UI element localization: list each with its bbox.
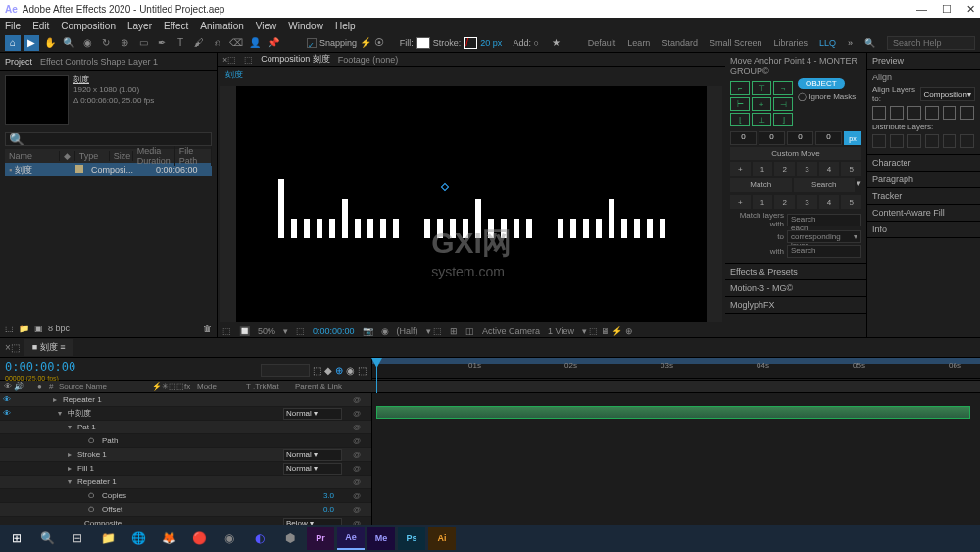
visibility-icon[interactable]: 👁 <box>0 395 14 404</box>
parent-pickwhip-icon[interactable]: @ <box>342 477 371 486</box>
res-dropdown-icon[interactable]: ▾ <box>283 326 288 336</box>
tl-opt1-icon[interactable]: ⬚ <box>313 365 321 376</box>
layer-row[interactable]: ÖCopies3.0@ <box>0 489 371 503</box>
stroke-swatch[interactable]: / <box>464 37 477 49</box>
orbit-tool-icon[interactable]: ◉ <box>79 35 95 51</box>
fill-swatch[interactable] <box>416 37 430 49</box>
project-search-input[interactable] <box>5 132 212 146</box>
parent-pickwhip-icon[interactable]: @ <box>342 464 371 473</box>
composition-viewer[interactable]: GXI网 system.com <box>220 86 722 322</box>
tab-footage[interactable]: Footage (none) <box>338 55 399 65</box>
visibility-icon[interactable]: 👁 <box>0 409 14 418</box>
col-label-icon[interactable]: ◆ <box>60 151 75 161</box>
illustrator-icon[interactable]: Ai <box>428 527 456 550</box>
comp-breadcrumb[interactable]: 刻度 <box>218 67 725 83</box>
grid-icon[interactable]: ⊞ <box>450 326 458 336</box>
edge-icon[interactable]: 🌐 <box>124 527 152 550</box>
camera-label[interactable]: Active Camera <box>482 326 540 336</box>
flowchart-icon[interactable]: ×⬚ <box>222 55 236 65</box>
col-trkmat[interactable]: T .TrkMat <box>242 382 291 391</box>
motion-blur-icon[interactable]: ⬚ <box>296 326 305 336</box>
workspace-menu-icon[interactable]: » <box>848 38 853 48</box>
twirl-icon[interactable]: ▸ <box>68 450 75 459</box>
tl-opt4-icon[interactable]: ◉ <box>346 365 355 376</box>
snapshot-icon[interactable]: 📷 <box>363 326 373 336</box>
snapping-checkbox[interactable] <box>307 38 317 48</box>
mode-dropdown[interactable]: Normal ▾ <box>283 449 342 461</box>
comp-thumbnail[interactable] <box>5 75 69 125</box>
align-vcenter-icon[interactable] <box>943 106 956 120</box>
match-btn-4[interactable]: 4 <box>819 195 840 209</box>
twirl-icon[interactable]: ▾ <box>68 423 75 431</box>
workspace-smallscreen[interactable]: Small Screen <box>710 38 762 48</box>
menu-file[interactable]: File <box>5 21 21 31</box>
custom-btn-3[interactable]: 3 <box>797 162 817 176</box>
dist-right-icon[interactable] <box>960 134 974 148</box>
dist-hcenter-icon[interactable] <box>943 134 956 148</box>
home-tool-icon[interactable]: ⌂ <box>5 35 21 51</box>
dist-vcenter-icon[interactable] <box>890 134 904 148</box>
workspace-learn[interactable]: Learn <box>627 38 650 48</box>
info-panel[interactable]: Info <box>867 222 980 238</box>
roi-icon[interactable]: ▾ ⬚ <box>426 326 443 336</box>
twirl-icon[interactable]: ▸ <box>68 464 75 473</box>
bezier-star-icon[interactable]: ★ <box>552 37 561 48</box>
layer-duration-bar[interactable] <box>376 406 970 419</box>
anchor-x2[interactable]: 0 <box>787 131 813 145</box>
firefox-icon[interactable]: 🦊 <box>155 527 182 550</box>
layer-viewer-icon[interactable]: ⬚ <box>244 55 253 65</box>
mode-dropdown[interactable]: Normal ▾ <box>283 463 342 475</box>
menu-edit[interactable]: Edit <box>32 21 49 31</box>
tab-project[interactable]: Project <box>5 57 32 67</box>
menu-effect[interactable]: Effect <box>164 21 188 31</box>
tab-effect-controls[interactable]: Effect Controls Shape Layer 1 <box>40 57 158 67</box>
anchor-x1[interactable]: 0 <box>730 131 757 145</box>
custom-btn-1[interactable]: 1 <box>753 162 773 176</box>
preview-panel[interactable]: Preview <box>867 53 980 70</box>
close-icon[interactable]: ✕ <box>966 3 975 16</box>
maximize-icon[interactable]: ☐ <box>942 3 952 16</box>
parent-pickwhip-icon[interactable]: @ <box>342 505 371 514</box>
search-taskbar-icon[interactable]: 🔍 <box>33 527 61 550</box>
menu-animation[interactable]: Animation <box>200 21 243 31</box>
parent-pickwhip-icon[interactable]: @ <box>342 409 371 418</box>
property-value[interactable]: 0.0 <box>323 505 342 514</box>
tab-composition[interactable]: Composition 刻度 <box>261 53 330 66</box>
content-aware-panel[interactable]: Content-Aware Fill <box>867 205 980 222</box>
render-queue-icon[interactable]: ×⬚ <box>5 342 20 353</box>
px-button[interactable]: px <box>844 131 861 145</box>
align-hcenter-icon[interactable] <box>890 106 904 120</box>
tl-opt2-icon[interactable]: ◆ <box>324 365 332 376</box>
parent-pickwhip-icon[interactable]: @ <box>342 423 371 431</box>
parent-pickwhip-icon[interactable]: @ <box>342 436 371 445</box>
trash-icon[interactable]: 🗑 <box>203 324 212 333</box>
eye-column-icon[interactable]: 👁 🔊 <box>0 382 33 391</box>
match-tab[interactable]: Match <box>730 178 792 192</box>
anchor-grid[interactable]: ⌐⊤¬ ⊢+⊣ ⌊⊥⌋ <box>730 81 793 126</box>
with-input[interactable]: Search <box>787 245 861 258</box>
stopwatch-icon[interactable]: Ö <box>88 505 100 514</box>
moglyph-panel[interactable]: MoglyphFX <box>725 297 866 314</box>
parent-pickwhip-icon[interactable]: @ <box>342 491 371 500</box>
custom-btn-4[interactable]: 4 <box>819 162 840 176</box>
col-filepath[interactable]: File Path <box>175 146 212 166</box>
parent-pickwhip-icon[interactable]: @ <box>342 450 371 459</box>
tracker-panel[interactable]: Tracker <box>867 188 980 205</box>
menu-layer[interactable]: Layer <box>127 21 152 31</box>
puppet-tool-icon[interactable]: 📌 <box>266 35 281 51</box>
character-panel[interactable]: Character <box>867 155 980 172</box>
project-item-row[interactable]: ▪ 刻度 Composi... 0:00:06:00 <box>5 163 212 176</box>
folder-icon[interactable]: 📁 <box>19 324 29 333</box>
anchor-y2[interactable]: 0 <box>815 131 842 145</box>
guides-icon[interactable]: ◫ <box>466 326 474 336</box>
motion3-panel[interactable]: Motion-3 - MG© <box>725 280 866 297</box>
add-label[interactable]: Add: ○ <box>513 38 538 48</box>
align-bottom-icon[interactable] <box>960 106 974 120</box>
menu-help[interactable]: Help <box>335 21 356 31</box>
effects-presets-panel[interactable]: Effects & Presets <box>725 264 866 280</box>
aftereffects-icon[interactable]: Ae <box>337 527 365 550</box>
zoom-value[interactable]: 50% <box>258 326 275 336</box>
menu-composition[interactable]: Composition <box>61 21 116 31</box>
task-view-icon[interactable]: ⊟ <box>64 527 91 550</box>
text-tool-icon[interactable]: T <box>172 35 188 51</box>
